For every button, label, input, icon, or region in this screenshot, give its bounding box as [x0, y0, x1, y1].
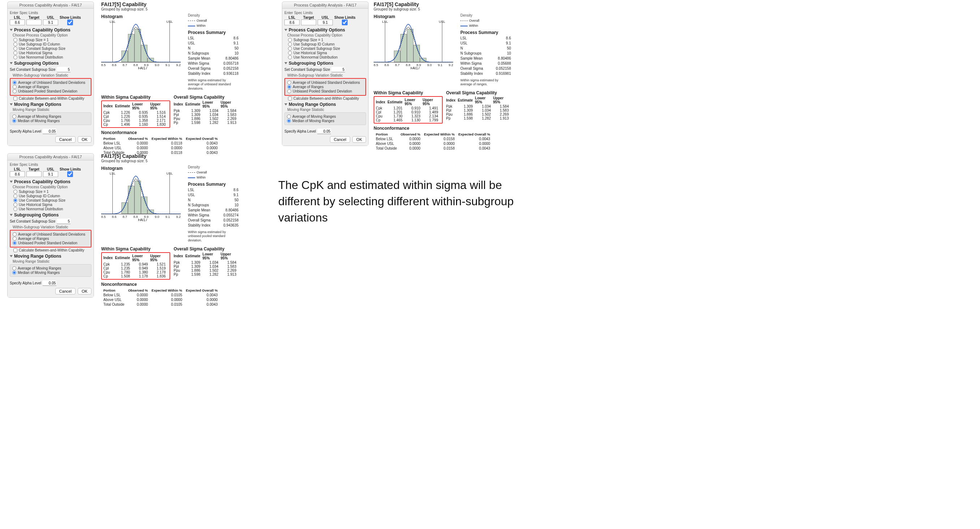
set-const-label: Set Constant Subgroup Size [10, 219, 55, 223]
pco-sub1-radio[interactable] [13, 190, 18, 194]
stat-avg_ranges-radio[interactable] [13, 237, 17, 241]
show-limits-label: Show Limits [60, 16, 81, 19]
pco-useid-radio[interactable] [288, 42, 292, 46]
alpha-input[interactable] [317, 129, 331, 134]
alpha-input[interactable] [43, 280, 56, 286]
density-label: Density [188, 165, 239, 169]
set-const-input[interactable] [57, 67, 70, 72]
subgrouping-section[interactable]: Subgrouping Options [10, 61, 91, 66]
moving-avg-radio[interactable] [12, 114, 16, 119]
subgrouping-section[interactable]: Subgrouping Options [10, 213, 91, 218]
cancel-button[interactable]: Cancel [55, 288, 76, 294]
nonconformance-table: PortionObserved %Expected Within %Expect… [374, 132, 492, 151]
grouped-label: Grouped by subgroup size: 5 [101, 7, 239, 11]
process-summary-table: LSL8.6USL9.1N50N Subgroups10Sample Mean8… [460, 36, 511, 76]
pco-const-radio[interactable] [13, 47, 18, 51]
stat-pooled-radio[interactable] [13, 89, 17, 93]
pco-nn-radio[interactable] [288, 55, 292, 59]
pco-section[interactable]: Process Capability Options [10, 179, 91, 184]
pco-nn-radio[interactable] [13, 55, 18, 59]
subgrouping-section[interactable]: Subgrouping Options [285, 61, 366, 66]
capability-dialog: Process Capability Analysis - FAI17Enter… [7, 153, 94, 298]
usl-input[interactable] [43, 171, 58, 177]
sigma-note: Within sigma estimated by average of ran… [460, 78, 511, 87]
show-limits-checkbox[interactable] [62, 19, 78, 25]
pco-const-radio[interactable] [288, 47, 292, 51]
ok-button[interactable]: OK [352, 136, 366, 143]
pco-const-radio[interactable] [13, 199, 18, 202]
pco-hist-radio[interactable] [13, 203, 18, 207]
pco-sub1-radio[interactable] [288, 38, 292, 42]
pco-const-label: Use Constant Subgroup Size [293, 47, 340, 51]
stat-avg_unbiased-radio[interactable] [13, 81, 17, 84]
target-input[interactable] [26, 171, 41, 177]
stat-avg_ranges-radio[interactable] [13, 85, 17, 89]
usl-label: USL [167, 172, 173, 175]
pco-hist-radio[interactable] [288, 51, 292, 55]
stat-avg_ranges-radio[interactable] [287, 85, 291, 89]
lsl-label: LSL [382, 20, 388, 24]
within-sigma-table: IndexEstimateLower 95%Upper 95%Cpk1.2350… [101, 252, 170, 280]
pco-sub1-radio[interactable] [13, 38, 18, 42]
pco-useid-radio[interactable] [13, 194, 18, 198]
pco-hist-label: Use Historical Sigma [19, 203, 52, 207]
pco-useid-label: Use Subgroup ID Column [19, 194, 60, 198]
moving-section[interactable]: Moving Range Options [285, 102, 366, 107]
lsl-input[interactable] [10, 171, 25, 177]
moving-avg-radio[interactable] [12, 266, 16, 270]
dialog-title: Process Capability Analysis - FAI17 [8, 154, 94, 160]
target-input[interactable] [301, 19, 316, 25]
moving-median-radio[interactable] [287, 119, 291, 123]
moving-avg-radio[interactable] [287, 114, 291, 119]
overall-sigma-table: IndexEstimateLower 95%Upper 95%Ppk1.3091… [446, 96, 511, 120]
moving-avg-label: Average of Moving Ranges [292, 114, 336, 119]
show-limits-label: Show Limits [334, 16, 356, 19]
cancel-button[interactable]: Cancel [55, 136, 76, 143]
alpha-label: Specify Alpha Level [10, 281, 41, 285]
within-sigma-title: Within Sigma Capability [101, 95, 170, 100]
stat-avg_unbiased-radio[interactable] [13, 232, 17, 236]
pco-nn-radio[interactable] [13, 207, 18, 211]
stat-avg_unbiased-radio[interactable] [287, 81, 291, 84]
calc-between-checkbox[interactable] [288, 97, 292, 100]
overall-sigma-title: Overall Sigma Capability [174, 95, 239, 100]
legend-overall: Overall [197, 170, 207, 175]
capability-report: FAI17[5] CapabilityGrouped by subgroup s… [101, 153, 239, 307]
usl-input[interactable] [43, 19, 58, 25]
cancel-button[interactable]: Cancel [330, 136, 350, 143]
moving-avg-label: Average of Moving Ranges [18, 266, 61, 270]
pco-hist-radio[interactable] [13, 51, 18, 55]
show-limits-checkbox[interactable] [337, 19, 352, 25]
stat-pooled-radio[interactable] [287, 89, 291, 93]
moving-section[interactable]: Moving Range Options [10, 254, 91, 259]
ok-button[interactable]: OK [78, 136, 91, 143]
lsl-input[interactable] [285, 19, 299, 25]
target-input[interactable] [26, 19, 41, 25]
show-limits-checkbox[interactable] [62, 171, 78, 177]
pco-useid-radio[interactable] [13, 42, 18, 46]
moving-section[interactable]: Moving Range Options [10, 102, 91, 107]
pco-nn-label: Use Nonnormal Distribution [19, 207, 63, 211]
pco-const-label: Use Constant Subgroup Size [19, 199, 65, 202]
moving-median-radio[interactable] [12, 271, 16, 275]
calc-between-checkbox[interactable] [13, 97, 18, 100]
set-const-input[interactable] [57, 219, 70, 224]
moving-stat-label: Moving Range Statistic [287, 108, 366, 112]
pco-section[interactable]: Process Capability Options [10, 27, 91, 33]
stat-pooled-label: Unbiased Pooled Standard Deviation [293, 89, 352, 93]
alpha-input[interactable] [43, 129, 56, 134]
ok-button[interactable]: OK [78, 288, 91, 294]
usl-input[interactable] [318, 19, 333, 25]
stat-pooled-radio[interactable] [13, 241, 17, 245]
lsl-input[interactable] [10, 19, 25, 25]
usl-header: USL [321, 16, 329, 19]
overall-sigma-table: IndexEstimateLower 95%Upper 95%Ppk1.3091… [174, 252, 239, 276]
lsl-header: LSL [289, 16, 296, 19]
report-title: FAI17[5] Capability [374, 2, 511, 7]
moving-median-radio[interactable] [12, 119, 16, 123]
pco-section[interactable]: Process Capability Options [285, 27, 366, 33]
set-const-input[interactable] [331, 67, 345, 72]
calc-between-checkbox[interactable] [13, 248, 18, 252]
grouped-label: Grouped by subgroup size: 5 [374, 7, 511, 11]
process-summary-table: LSL8.6USL9.1N50N Subgroups10Sample Mean8… [188, 187, 239, 228]
